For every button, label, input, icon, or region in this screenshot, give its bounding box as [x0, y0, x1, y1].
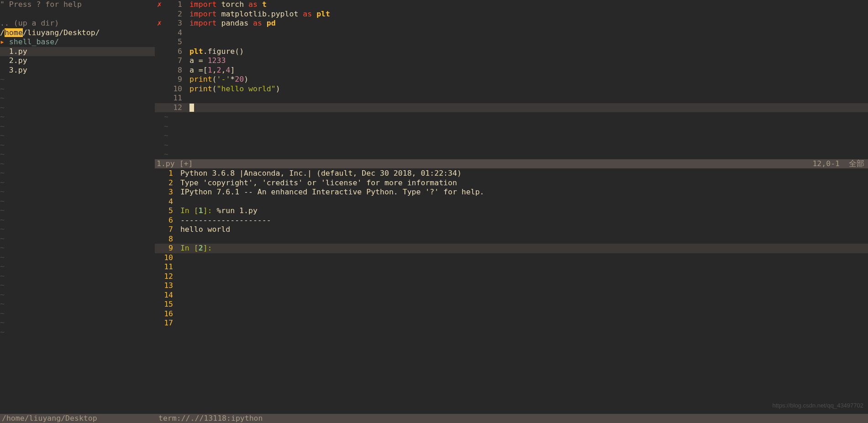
vim-root: " Press ? for help .. (up a dir) /home/l…	[0, 0, 868, 423]
tilde: ~	[0, 75, 155, 84]
term-line-1[interactable]: 1 Python 3.6.8 |Anaconda, Inc.| (default…	[155, 169, 868, 178]
line-number: 5	[164, 37, 185, 47]
bottom-term: term://.//13118:ipython	[157, 414, 264, 423]
tilde: ~	[0, 112, 155, 122]
sign-column	[155, 10, 164, 19]
line-number: 14	[155, 291, 176, 300]
tilde: ~	[0, 206, 155, 215]
tilde: ~	[0, 281, 155, 290]
code-line-12[interactable]: 12	[155, 103, 868, 113]
code-line-3[interactable]: ✗3 import pandas as pd	[155, 19, 868, 28]
tilde: ~	[0, 262, 155, 272]
line-number: 6	[164, 47, 185, 57]
line-number: 11	[164, 94, 185, 103]
editor-statusline: 1.py [+] 12,0-1 全部	[155, 159, 868, 169]
code-line-10[interactable]: 10 print("hello world")	[155, 84, 868, 94]
tilde: ~	[0, 290, 155, 300]
tilde: ~	[0, 253, 155, 262]
nerdtree-updir[interactable]: .. (up a dir)	[0, 19, 155, 28]
sign-column	[155, 75, 164, 84]
line-number: 7	[164, 56, 185, 66]
tilde: ~	[0, 131, 155, 141]
line-number: 2	[164, 10, 185, 19]
term-line-17[interactable]: 17	[155, 319, 868, 328]
tilde: ~	[0, 234, 155, 244]
code-line-2[interactable]: 2 import matplotlib.pyplot as plt	[155, 10, 868, 19]
status-percent: 全部	[849, 159, 868, 169]
line-number: 5	[155, 206, 176, 216]
nerdtree-help: " Press ? for help	[0, 0, 155, 10]
tilde: ~	[0, 168, 155, 178]
term-line-14[interactable]: 14	[155, 291, 868, 300]
status-position: 12,0-1	[812, 159, 849, 169]
sign-column	[155, 56, 164, 66]
sign-column	[155, 37, 164, 47]
term-line-4[interactable]: 4	[155, 197, 868, 207]
tilde: ~	[0, 159, 155, 169]
term-line-7[interactable]: 7 hello world	[155, 225, 868, 235]
line-number: 2	[155, 178, 176, 188]
line-number: 9	[155, 244, 176, 253]
tilde: ~	[0, 318, 155, 328]
term-line-8[interactable]: 8	[155, 235, 868, 244]
sign-column: ✗	[155, 19, 164, 28]
code-line-4[interactable]: 4	[155, 28, 868, 38]
nerdtree-root-path[interactable]: /home/liuyang/Desktop/	[0, 28, 155, 38]
line-number: 8	[164, 66, 185, 75]
term-line-12[interactable]: 12	[155, 272, 868, 282]
tilde: ~	[0, 225, 155, 234]
bottom-statusline: /home/liuyang/Desktop term://.//13118:ip…	[0, 414, 868, 423]
line-number: 1	[155, 169, 176, 178]
nerdtree-pane[interactable]: " Press ? for help .. (up a dir) /home/l…	[0, 0, 155, 423]
sign-column: ✗	[155, 0, 164, 10]
tilde: ~	[0, 243, 155, 253]
code-line-1[interactable]: ✗1 import torch as t	[155, 0, 868, 10]
status-filename: 1.py [+]	[157, 159, 193, 169]
line-number: 15	[155, 300, 176, 309]
code-line-8[interactable]: 8 a =[1,2,4]	[155, 66, 868, 75]
term-line-9[interactable]: 9 In [2]:	[155, 244, 868, 253]
term-line-10[interactable]: 10	[155, 253, 868, 263]
code-line-6[interactable]: 6 plt.figure()	[155, 47, 868, 57]
sign-column	[155, 66, 164, 75]
line-number: 8	[155, 235, 176, 244]
code-line-11[interactable]: 11	[155, 94, 868, 103]
tilde: ~	[155, 122, 868, 131]
cursor	[189, 104, 194, 112]
line-number: 3	[164, 19, 185, 28]
code-line-5[interactable]: 5	[155, 37, 868, 47]
line-number: 9	[164, 75, 185, 84]
nerdtree-dir-shell-base[interactable]: ▸ shell_base/	[0, 37, 155, 47]
tilde: ~	[0, 187, 155, 197]
nerdtree-file-2-py[interactable]: 2.py	[0, 56, 155, 66]
term-line-11[interactable]: 11	[155, 262, 868, 272]
tilde: ~	[0, 94, 155, 103]
line-number: 16	[155, 309, 176, 319]
term-line-15[interactable]: 15	[155, 300, 868, 309]
tilde: ~	[0, 272, 155, 281]
term-line-16[interactable]: 16	[155, 309, 868, 319]
terminal-pane[interactable]: 1 Python 3.6.8 |Anaconda, Inc.| (default…	[155, 169, 868, 423]
line-number: 17	[155, 319, 176, 328]
term-line-5[interactable]: 5 In [1]: %run 1.py	[155, 206, 868, 216]
line-number: 10	[155, 253, 176, 263]
code-line-7[interactable]: 7 a = 1233	[155, 56, 868, 66]
editor-pane[interactable]: ✗1 import torch as t 2 import matplotlib…	[155, 0, 868, 169]
line-number: 7	[155, 225, 176, 235]
term-line-2[interactable]: 2 Type 'copyright', 'credits' or 'licens…	[155, 178, 868, 188]
tilde: ~	[0, 215, 155, 225]
term-line-3[interactable]: 3 IPython 7.6.1 -- An enhanced Interacti…	[155, 188, 868, 197]
sign-column	[155, 84, 164, 94]
right-column: ✗1 import torch as t 2 import matplotlib…	[155, 0, 868, 423]
term-line-6[interactable]: 6 --------------------	[155, 216, 868, 225]
nerdtree-file-1-py[interactable]: 1.py	[0, 47, 155, 57]
nerdtree-file-3-py[interactable]: 3.py	[0, 66, 155, 75]
line-number: 1	[164, 0, 185, 10]
chevron-right-icon: ▸	[0, 37, 5, 46]
tilde: ~	[0, 150, 155, 159]
line-number: 13	[155, 281, 176, 291]
term-line-13[interactable]: 13	[155, 281, 868, 291]
tilde: ~	[155, 112, 868, 122]
code-line-9[interactable]: 9 print('-'*20)	[155, 75, 868, 84]
tilde: ~	[0, 178, 155, 188]
